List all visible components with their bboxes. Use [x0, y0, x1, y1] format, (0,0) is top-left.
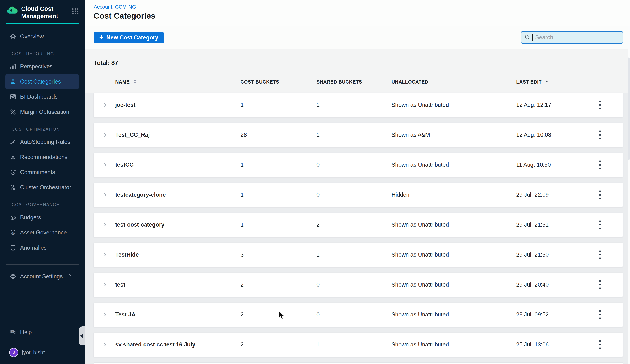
table-row[interactable]: sv shared cost cc test 16 July 2 1 Shown… — [94, 333, 623, 357]
shared-buckets-value: 0 — [316, 162, 320, 168]
svg-text:$: $ — [12, 231, 14, 234]
table-row[interactable]: test 2 0 Shown as Unattributed 29 Jul, 2… — [94, 273, 623, 297]
sidebar: $ Cloud Cost Management Overview COST RE… — [0, 0, 84, 364]
row-expander-chevron-icon[interactable] — [100, 160, 110, 169]
row-expander-chevron-icon[interactable] — [100, 190, 110, 199]
last-edit-value: 11 Aug, 10:50 — [516, 162, 551, 168]
column-header-last-edit[interactable]: LAST EDIT — [516, 77, 549, 87]
text-caret — [532, 34, 533, 41]
scrollbar-track — [628, 26, 630, 364]
percent-icon — [10, 109, 16, 116]
sidebar-item-asset-governance[interactable]: $ Asset Governance — [6, 225, 79, 240]
module-accent-rule — [6, 23, 79, 23]
breadcrumb-account-link[interactable]: Account: CCM-NG — [94, 4, 136, 10]
avatar: J — [9, 348, 18, 357]
sidebar-item-perspectives[interactable]: Perspectives — [6, 59, 79, 74]
table-row[interactable]: Test-JA 2 0 Shown as Unattributed 28 Jul… — [94, 303, 623, 327]
piggy-bank-icon: $ — [10, 214, 16, 221]
main-content: Account: CCM-NG Cost Categories + New Co… — [84, 0, 630, 364]
shared-buckets-value: 1 — [316, 251, 320, 258]
row-expander-chevron-icon[interactable] — [100, 340, 110, 349]
table-row[interactable]: joe-test 1 1 Shown as Unattributed 12 Au… — [94, 93, 623, 117]
sidebar-collapse-handle[interactable] — [79, 326, 84, 345]
last-edit-value: 29 Jul, 21:51 — [516, 221, 549, 228]
cost-buckets-value: 1 — [240, 221, 244, 228]
section-label-cost-reporting: COST REPORTING — [12, 51, 84, 56]
column-header-unallocated[interactable]: UNALLOCATED — [392, 77, 428, 87]
row-expander-chevron-icon[interactable] — [100, 100, 110, 109]
sidebar-item-autostopping-rules[interactable]: AutoStopping Rules — [6, 134, 79, 150]
scrollbar-thumb[interactable] — [628, 57, 630, 160]
sidebar-item-margin-obfuscation[interactable]: Margin Obfuscation — [6, 104, 79, 120]
row-menu-kebab-icon[interactable] — [595, 159, 605, 171]
last-edit-value: 29 Jul, 22:09 — [516, 191, 549, 198]
table-row[interactable]: test-cost-category 1 2 Shown as Unattrib… — [94, 213, 623, 237]
toolbar: + New Cost Category — [84, 26, 630, 49]
user-menu[interactable]: J jyoti.bisht — [6, 344, 79, 361]
module-switcher-grid-icon[interactable] — [71, 8, 80, 15]
new-cost-category-button[interactable]: + New Cost Category — [94, 32, 164, 43]
sidebar-item-label: Account Settings — [20, 273, 63, 280]
user-name: jyoti.bisht — [22, 349, 45, 356]
last-edit-value: 12 Aug, 12:17 — [516, 102, 551, 108]
sidebar-item-cluster-orchestrator[interactable]: Cluster Orchestrator — [6, 180, 79, 195]
home-icon — [10, 33, 16, 40]
sidebar-item-budgets[interactable]: $ Budgets — [6, 210, 79, 225]
cost-buckets-value: 28 — [240, 132, 247, 138]
cost-category-name: joe-test — [115, 102, 135, 108]
row-menu-kebab-icon[interactable] — [595, 248, 605, 261]
unallocated-value: Shown as Unattributed — [392, 162, 449, 168]
row-menu-kebab-icon[interactable] — [595, 278, 605, 291]
row-expander-chevron-icon[interactable] — [100, 250, 110, 259]
cost-category-name: TestHide — [115, 251, 139, 258]
chat-help-icon: ? — [10, 329, 16, 336]
sidebar-item-help[interactable]: ? Help — [6, 325, 79, 340]
row-expander-chevron-icon[interactable] — [100, 220, 110, 229]
sidebar-item-recommendations[interactable]: Recommendations — [6, 150, 79, 165]
plus-icon: + — [99, 34, 103, 41]
sidebar-item-label: Anomalies — [20, 244, 47, 251]
row-menu-kebab-icon[interactable] — [595, 338, 605, 351]
column-header-cost-buckets[interactable]: COST BUCKETS — [240, 77, 279, 87]
table-row[interactable]: testCC 1 0 Shown as Unattributed 11 Aug,… — [94, 153, 623, 177]
row-menu-kebab-icon[interactable] — [595, 308, 605, 321]
last-edit-value: 12 Aug, 10:08 — [516, 132, 551, 138]
shapes-icon — [10, 78, 16, 85]
row-expander-chevron-icon[interactable] — [100, 310, 110, 319]
row-menu-kebab-icon[interactable] — [595, 129, 605, 141]
cost-buckets-value: 2 — [240, 341, 244, 348]
sidebar-item-commitments[interactable]: Commitments — [6, 165, 79, 180]
dashboard-image-icon — [10, 93, 16, 100]
sidebar-item-overview[interactable]: Overview — [6, 29, 79, 44]
cost-category-name: sv shared cost cc test 16 July — [115, 341, 195, 348]
last-edit-value: 29 Jul, 21:50 — [516, 251, 549, 258]
sidebar-item-label: Perspectives — [20, 63, 52, 70]
sidebar-divider — [6, 264, 79, 265]
app-title: Cloud Cost Management — [21, 5, 65, 20]
cost-buckets-value: 3 — [240, 251, 244, 258]
column-header-name[interactable]: NAME — [115, 77, 138, 87]
row-expander-chevron-icon[interactable] — [100, 280, 110, 289]
sidebar-item-cost-categories[interactable]: Cost Categories — [6, 74, 79, 89]
column-header-shared-buckets[interactable]: SHARED BUCKETS — [316, 77, 362, 87]
svg-text:$: $ — [10, 8, 12, 13]
table-row[interactable]: TestHide 3 1 Shown as Unattributed 29 Ju… — [94, 243, 623, 267]
sidebar-item-bi-dashboards[interactable]: BI Dashboards — [6, 89, 79, 104]
sidebar-item-label: Help — [20, 329, 32, 336]
sidebar-item-label: Cost Categories — [20, 78, 61, 85]
row-expander-chevron-icon[interactable] — [100, 130, 110, 139]
shared-buckets-value: 2 — [316, 221, 320, 228]
sidebar-item-anomalies[interactable]: Anomalies — [6, 240, 79, 255]
hexagons-gear-icon — [10, 184, 16, 191]
table-row[interactable]: testcategory-clone 1 0 Hidden 29 Jul, 22… — [94, 183, 623, 207]
next-row-partial — [94, 363, 623, 364]
row-menu-kebab-icon[interactable] — [595, 188, 605, 201]
sidebar-item-account-settings[interactable]: Account Settings — [6, 269, 79, 284]
table-row[interactable]: Test_CC_Raj 28 1 Shown as A&M 12 Aug, 10… — [94, 123, 623, 147]
unallocated-value: Shown as Unattributed — [392, 281, 449, 288]
unallocated-value: Shown as Unattributed — [392, 102, 449, 108]
search-input[interactable] — [535, 34, 620, 41]
sort-ascending-icon — [544, 79, 549, 85]
row-menu-kebab-icon[interactable] — [595, 99, 605, 111]
row-menu-kebab-icon[interactable] — [595, 218, 605, 231]
